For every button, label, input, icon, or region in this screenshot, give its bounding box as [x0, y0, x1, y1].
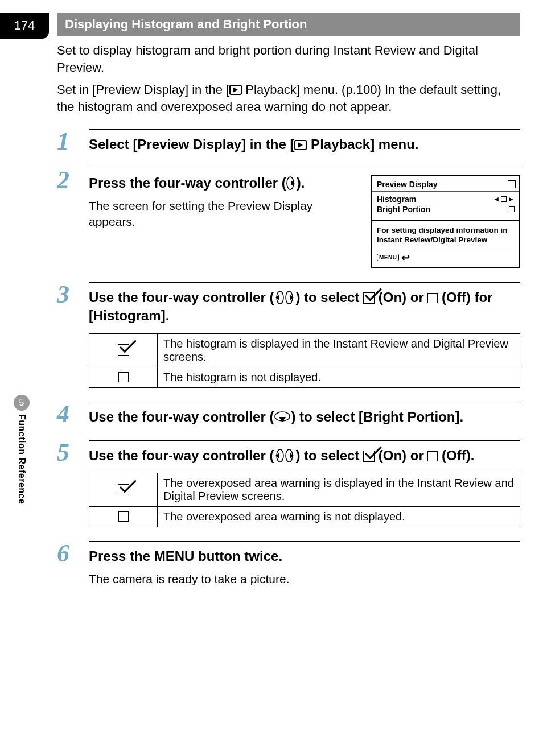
- checkbox-off-icon: [118, 511, 129, 522]
- playback-icon: [294, 140, 307, 150]
- chapter-title-vertical: Function Reference: [17, 414, 27, 504]
- svg-marker-7: [279, 417, 286, 422]
- intro-paragraph-1: Set to display histogram and bright port…: [57, 42, 520, 76]
- svg-marker-9: [275, 453, 279, 458]
- step-6-desc: The camera is ready to take a picture.: [89, 571, 520, 587]
- step-1-title-a: Select [Preview Display] in the [: [89, 137, 294, 152]
- lcd-preview-display-screen: Preview Display Histogram ◄► Bright Port…: [371, 175, 520, 268]
- step-1-title: Select [Preview Display] in the [ Playba…: [89, 135, 520, 154]
- step-3: 3 Use the four-way controller ( ) to sel…: [57, 282, 520, 388]
- step-5-title-a: Use the four-way controller (: [89, 448, 274, 463]
- lcd-title: Preview Display: [377, 180, 438, 189]
- intro-text-a: Set in [Preview Display] in the [: [57, 82, 229, 97]
- dpad-down-icon: [274, 411, 291, 424]
- checkbox-on-icon: [363, 451, 375, 462]
- table-row: The histogram is not displayed.: [89, 367, 520, 387]
- checkbox-on-icon: [118, 484, 129, 495]
- section-heading: Displaying Histogram and Bright Portion: [57, 13, 520, 36]
- checkbox-on-icon: [118, 344, 129, 356]
- svg-marker-3: [275, 295, 279, 300]
- page-root: 174 5 Function Reference Displaying Hist…: [0, 13, 543, 756]
- step-number: 5: [57, 440, 89, 465]
- svg-marker-1: [291, 180, 295, 186]
- step-number: 3: [57, 282, 89, 307]
- menu-button-icon: MENU: [377, 254, 399, 261]
- dpad-left-right-icon: [274, 291, 295, 304]
- lcd-tab-icon: [508, 180, 516, 188]
- step-5: 5 Use the four-way controller ( ) to sel…: [57, 440, 520, 527]
- step-3-title-c: (On) or: [375, 290, 427, 305]
- back-arrow-icon: ↩: [401, 251, 410, 264]
- step-number: 2: [57, 168, 89, 193]
- step-5-title: Use the four-way controller ( ) to selec…: [89, 447, 520, 465]
- step-4-title: Use the four-way controller ( ) to selec…: [89, 408, 520, 426]
- bright-on-desc: The overexposed area warning is displaye…: [158, 473, 520, 507]
- table-row: The overexposed area warning is displaye…: [89, 473, 520, 507]
- checkbox-off-icon: [118, 372, 129, 382]
- step-3-title-b: ) to select: [295, 290, 363, 305]
- step-2-title-b: ).: [297, 175, 305, 191]
- lcd-arrows-icon: ◄►: [493, 195, 515, 203]
- step-4-title-a: Use the four-way controller (: [89, 409, 274, 424]
- checkbox-off-icon: [427, 451, 438, 461]
- lcd-row-bright-portion: Bright Portion: [377, 205, 430, 214]
- svg-marker-5: [290, 295, 294, 300]
- step-2-title: Press the four-way controller ( ).: [89, 174, 361, 192]
- histogram-on-desc: The histogram is displayed in the Instan…: [158, 333, 520, 367]
- step-2: 2 Press the four-way controller ( ). The…: [57, 168, 520, 268]
- step-1: 1 Select [Preview Display] in the [ Play…: [57, 129, 520, 154]
- step-number: 4: [57, 402, 89, 427]
- checkbox-on-icon: [363, 292, 375, 304]
- step-5-title-c: (On) or: [375, 448, 427, 463]
- step-6-title: Press the MENU button twice.: [89, 547, 520, 565]
- table-row: The histogram is displayed in the Instan…: [89, 333, 520, 367]
- step-number: 6: [57, 541, 89, 566]
- lcd-row-histogram: Histogram: [377, 195, 416, 204]
- svg-marker-11: [290, 453, 294, 458]
- step-4-title-b: ) to select [Bright Portion].: [291, 409, 463, 424]
- step-5-title-b: ) to select: [295, 448, 363, 463]
- step-6: 6 Press the MENU button twice. The camer…: [57, 541, 520, 588]
- step-4: 4 Use the four-way controller ( ) to sel…: [57, 402, 520, 427]
- dpad-left-right-icon: [274, 449, 295, 462]
- step-number: 1: [57, 129, 89, 154]
- playback-icon: [229, 85, 242, 95]
- checkbox-off-icon: [427, 293, 438, 303]
- histogram-off-desc: The histogram is not displayed.: [158, 367, 520, 387]
- checkbox-off-icon: [509, 206, 515, 212]
- histogram-options-table: The histogram is displayed in the Instan…: [89, 333, 520, 388]
- bright-off-desc: The overexposed area warning is not disp…: [158, 507, 520, 527]
- step-5-title-d: (Off).: [438, 448, 474, 463]
- step-1-title-b: Playback] menu.: [307, 137, 418, 152]
- step-2-title-a: Press the four-way controller (: [89, 175, 286, 191]
- sidebar-chapter-tab: 5 Function Reference: [10, 395, 33, 504]
- lcd-info-text: For setting displayed information in Ins…: [372, 223, 519, 249]
- page-number-tab: 174: [0, 13, 49, 39]
- step-3-title-a: Use the four-way controller (: [89, 290, 274, 305]
- step-3-title: Use the four-way controller ( ) to selec…: [89, 288, 520, 325]
- dpad-right-icon: [286, 176, 297, 190]
- chapter-number-badge: 5: [14, 395, 30, 411]
- intro-paragraph-2: Set in [Preview Display] in the [ Playba…: [57, 81, 520, 115]
- bright-portion-options-table: The overexposed area warning is displaye…: [89, 473, 520, 527]
- table-row: The overexposed area warning is not disp…: [89, 507, 520, 527]
- step-2-desc: The screen for setting the Preview Displ…: [89, 198, 361, 230]
